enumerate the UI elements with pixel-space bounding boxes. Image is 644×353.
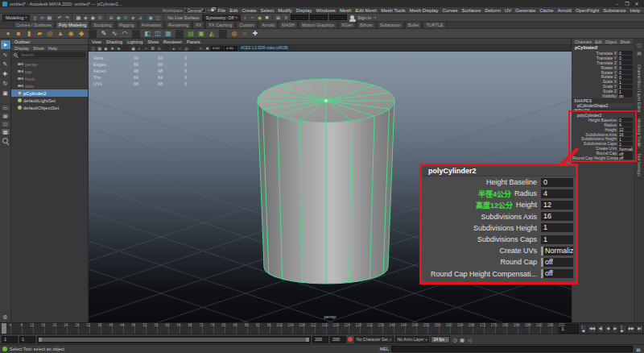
channel-value-field[interactable]: 0 (618, 65, 633, 69)
animation-end-field[interactable] (330, 336, 346, 343)
workspace-dropdown[interactable]: General* (184, 8, 207, 13)
channel-value-field[interactable]: 0 (618, 56, 633, 60)
outliner-item[interactable]: persp (11, 60, 88, 68)
sign-in-control[interactable]: Sign in ▾ (350, 15, 376, 20)
exposure-field[interactable] (211, 46, 224, 51)
menu-item[interactable]: Curves (443, 8, 458, 13)
channel-value-field[interactable]: 1 (618, 89, 633, 93)
channel-box-menu-item[interactable]: Show (620, 39, 630, 44)
coord-z-field[interactable] (329, 15, 347, 20)
magnifier-icon[interactable] (2, 138, 8, 143)
shelf-tab[interactable]: Rigging (116, 22, 138, 28)
symmetry-dropdown[interactable]: Symmetry: Off▾ (202, 15, 240, 21)
time-slider-track[interactable]: 4812162024283236404448525660646872768084… (0, 323, 559, 334)
channel-value-field[interactable]: 0 (618, 60, 633, 64)
shelf-tab[interactable]: TURTLE (423, 22, 446, 28)
attribute-value-field[interactable]: 4 (541, 189, 573, 198)
render-icon[interactable] (272, 15, 273, 20)
toolbar-icon[interactable]: ↶ (56, 15, 63, 21)
fps-dropdown[interactable]: 24 fps▾ (431, 336, 450, 343)
viewport-menu-item[interactable]: Renderer (163, 39, 182, 44)
tool-button[interactable]: ↻ (1, 79, 10, 88)
playback-button[interactable]: ▶| (636, 325, 643, 333)
mel-input-field[interactable] (391, 346, 633, 352)
outliner-menu-item[interactable]: Show (33, 46, 44, 50)
shelf-tab[interactable]: Bullet (405, 22, 423, 28)
tool-button[interactable]: ✎ (1, 60, 10, 69)
attribute-value-field[interactable]: 12 (541, 201, 573, 210)
viewport-toolbar-icon[interactable]: ∿ (198, 45, 204, 51)
viewport-menu-item[interactable]: Lighting (127, 39, 142, 44)
channel-value-field[interactable]: 0 (618, 70, 633, 74)
animation-start-field[interactable] (2, 336, 18, 343)
outliner-menu-item[interactable]: Help (48, 46, 57, 50)
sidebar-vertical-tab[interactable]: Tool Settings (637, 151, 642, 180)
channel-value-field[interactable]: 0 (618, 51, 633, 55)
script-editor-icon[interactable]: ▤ (635, 346, 642, 352)
snap-icon[interactable] (145, 15, 146, 20)
render-icon[interactable]: ✖ (264, 15, 270, 21)
toolbar-icon[interactable]: ⊙ (97, 15, 103, 21)
viewport-toolbar-icon[interactable]: ● (171, 45, 176, 51)
character-set-dropdown[interactable]: No Character Set▾ (354, 336, 394, 343)
auto-key-icon[interactable] (348, 337, 353, 342)
menu-item[interactable]: Windows (316, 8, 336, 13)
attribute-value-field[interactable]: 0 (541, 178, 573, 187)
range-slider-track[interactable] (37, 336, 311, 343)
channel-value-field[interactable]: 0 (618, 118, 633, 122)
attribute-value-field[interactable]: off (541, 269, 573, 278)
shelf-tab[interactable]: Substance (377, 22, 404, 28)
shelf-tab[interactable]: Motion Graphics (299, 22, 337, 28)
sidebar-vertical-tab[interactable]: Modeling Toolkit (637, 116, 642, 151)
tool-button[interactable]: ➤ (1, 40, 10, 49)
outliner-item[interactable]: side (11, 82, 88, 89)
anim-layer-dropdown[interactable]: No Anim Layer▾ (395, 336, 430, 343)
lock-icon[interactable] (211, 9, 214, 11)
playback-option-icon[interactable]: ◁ (466, 336, 473, 343)
shelf-tool-icon[interactable]: ▰ (35, 30, 43, 38)
shelf-tab[interactable]: Bifrost (357, 22, 376, 28)
toolbar-icon[interactable]: ▤ (46, 15, 52, 21)
outliner-item[interactable]: defaultLightSet (11, 97, 88, 104)
channel-value-field[interactable]: 1 (618, 142, 633, 146)
shelf-tab[interactable]: Rendering (165, 22, 192, 28)
viewport-toolbar-icon[interactable]: ⊙ (156, 45, 162, 51)
menu-item[interactable]: File (217, 8, 225, 13)
viewport-toolbar-icon[interactable]: ○ (177, 45, 183, 51)
viewport-menu-item[interactable]: Panels (187, 39, 200, 44)
channel-value-field[interactable]: 0 (618, 75, 633, 79)
viewport-toolbar-icon[interactable] (163, 45, 169, 51)
menu-item[interactable]: Generate (515, 8, 535, 13)
toolbar-icon[interactable]: ▯ (31, 15, 38, 21)
viewport-toolbar-icon[interactable]: ✖ (204, 45, 210, 51)
shelf-tool-icon[interactable]: ▣ (197, 30, 205, 38)
menu-item[interactable]: Edit (229, 8, 237, 13)
menu-item[interactable]: OpenFlight (576, 8, 599, 13)
toolbar-icon[interactable] (54, 15, 55, 20)
viewport-toolbar-icon[interactable]: ◈ (116, 45, 122, 51)
shelf-tool-icon[interactable]: ▮ (25, 30, 33, 38)
current-frame-marker[interactable] (2, 323, 6, 334)
channel-box-menu-item[interactable]: Edit (595, 39, 602, 44)
shelf-tool-icon[interactable]: ■ (14, 30, 23, 38)
render-icon[interactable]: ◐ (242, 15, 249, 21)
snap-icon[interactable]: ⊙ (122, 15, 129, 21)
toolbar-icon[interactable]: ◉ (89, 15, 96, 21)
shelf-tool-icon[interactable]: ✚ (251, 30, 259, 38)
snap-icon[interactable]: ◈ (130, 15, 136, 21)
viewport-menu-item[interactable]: Show (147, 39, 159, 44)
playback-button[interactable]: ▶ (612, 325, 618, 333)
shelf-tool-icon[interactable]: ◉ (67, 30, 75, 38)
shelf-tool-icon[interactable]: ◠ (121, 30, 129, 38)
shelf-tool-icon[interactable]: ○ (241, 30, 249, 38)
channel-value-field[interactable]: 1 (618, 85, 633, 89)
shelf-tab[interactable]: Curves / Surfaces (13, 22, 55, 28)
channel-value-field[interactable]: 12 (618, 127, 633, 131)
mel-label[interactable]: MEL (380, 347, 389, 351)
shelf-tool-icon[interactable]: ◆ (77, 30, 85, 38)
channel-box-menu-item[interactable]: Channels (575, 39, 592, 44)
coord-x-field[interactable] (291, 15, 308, 20)
viewport-toolbar-icon[interactable] (191, 45, 196, 51)
toolbar-icon[interactable]: ◈ (82, 15, 89, 21)
shelf-tool-icon[interactable]: ▤ (187, 30, 195, 38)
